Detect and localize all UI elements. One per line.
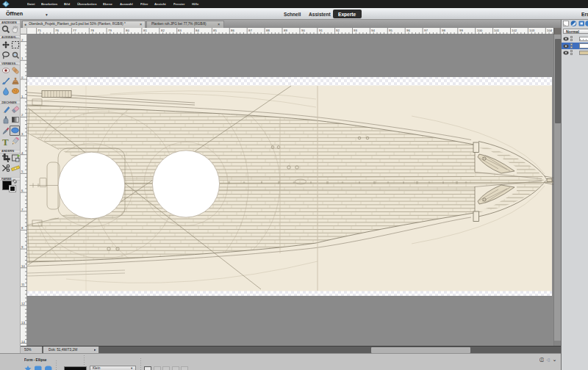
svg-text:T: T xyxy=(2,137,9,146)
